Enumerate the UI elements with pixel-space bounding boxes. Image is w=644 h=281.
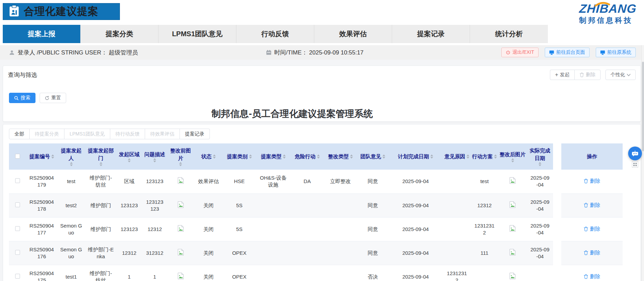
- power-icon: [506, 50, 510, 55]
- col-header-area[interactable]: 发起区域: [116, 143, 142, 170]
- tab-3[interactable]: 行动反馈: [236, 25, 314, 43]
- cell-ops-0: 删除: [557, 170, 623, 193]
- sort-icons-ptype[interactable]: [283, 154, 286, 159]
- cell-ptype-4: [255, 265, 291, 281]
- reset-button-label: 重置: [51, 95, 61, 101]
- status-pill-2[interactable]: LPMS1团队意见: [64, 129, 110, 139]
- col-header-status[interactable]: 状态: [194, 143, 223, 170]
- cell-plan_date-2: 2025-09-04: [388, 217, 443, 241]
- status-pill-0[interactable]: 全部: [9, 129, 30, 139]
- delete-button[interactable]: 删除: [574, 70, 601, 80]
- tab-2[interactable]: LPMS1团队意见: [159, 25, 236, 43]
- col-header-desc[interactable]: 问题描述: [142, 143, 167, 170]
- row-delete-link-4[interactable]: 删除: [584, 273, 600, 280]
- row-checkbox-2[interactable]: [15, 226, 20, 231]
- cell-danger-3: [291, 241, 323, 265]
- col-header-team[interactable]: 团队意见: [358, 143, 388, 170]
- cell-rtype-3: [323, 241, 358, 265]
- row-checkbox-1[interactable]: [15, 202, 20, 207]
- sort-icons-category[interactable]: [249, 154, 252, 159]
- col-header-action[interactable]: 行动方案: [471, 143, 498, 170]
- col-label-danger: 危险行动: [295, 153, 316, 160]
- page-scrollbar-thumb[interactable]: [642, 62, 644, 151]
- status-pill-4[interactable]: 待效果评估: [145, 129, 180, 139]
- cell-dept-1: 维护部门: [85, 193, 116, 217]
- cell-plan_date-3: 2025-09-04: [388, 241, 443, 265]
- sort-icons-code[interactable]: [51, 154, 54, 159]
- sort-icons-status[interactable]: [213, 154, 216, 159]
- row-delete-link-0[interactable]: 删除: [584, 178, 600, 184]
- sort-icons-dept[interactable]: [100, 162, 102, 166]
- col-header-ptype[interactable]: 提案类型: [255, 143, 291, 170]
- cell-after_img-0: [498, 170, 527, 193]
- sort-icons-team[interactable]: [382, 154, 385, 159]
- cell-reason-1: [443, 193, 471, 217]
- sort-icons-reason[interactable]: [467, 154, 469, 159]
- image-file-icon[interactable]: [177, 201, 184, 208]
- status-pill-1[interactable]: 待提案分类: [30, 129, 64, 139]
- filter-card: 查询与筛选 + 发起 删除 个性化: [3, 66, 641, 122]
- col-header-dept[interactable]: 提案发起部门: [85, 143, 116, 170]
- row-checkbox-0[interactable]: [15, 178, 20, 183]
- cell-team-4: 否决: [358, 265, 388, 281]
- sort-icons-danger[interactable]: [317, 154, 320, 159]
- cell-ops-1: 删除: [557, 193, 623, 217]
- search-button[interactable]: 搜索: [9, 93, 35, 103]
- sort-icons-plan_date[interactable]: [430, 154, 433, 159]
- sort-icons-proposer[interactable]: [70, 162, 73, 166]
- cell-area-1: 123123: [116, 193, 142, 217]
- col-header-done_date[interactable]: 实际完成日期: [527, 143, 557, 170]
- row-delete-link-1[interactable]: 删除: [584, 202, 600, 209]
- col-header-reason[interactable]: 意见原因: [443, 143, 471, 170]
- exit-button[interactable]: 退出/EXIT: [501, 48, 539, 57]
- sort-icons-desc[interactable]: [153, 158, 156, 162]
- image-file-icon[interactable]: [177, 272, 184, 280]
- goto-backend-button[interactable]: 前往后台页面: [545, 48, 590, 57]
- tab-6[interactable]: 统计分析: [470, 25, 548, 43]
- image-file-icon[interactable]: [509, 249, 516, 256]
- launch-button[interactable]: + 发起: [550, 70, 574, 80]
- image-file-icon[interactable]: [177, 177, 184, 184]
- assistant-float-button[interactable]: [628, 147, 642, 160]
- status-pill-3[interactable]: 待行动反馈: [110, 129, 145, 139]
- goto-origin-button[interactable]: 前往原系统: [596, 48, 636, 57]
- tab-0[interactable]: 提案上报: [3, 25, 81, 43]
- sort-icons-after_img[interactable]: [511, 158, 514, 162]
- tab-1[interactable]: 提案分类: [81, 25, 159, 43]
- status-pill-5[interactable]: 提案记录: [180, 129, 210, 139]
- cell-category-3: OPEX: [223, 241, 255, 265]
- image-file-icon[interactable]: [509, 201, 516, 208]
- sort-icons-rtype[interactable]: [350, 154, 353, 159]
- col-header-rtype[interactable]: 整改类型: [323, 143, 358, 170]
- sort-icons-action[interactable]: [494, 154, 497, 159]
- col-header-danger[interactable]: 危险行动: [291, 143, 323, 170]
- sort-icons-area[interactable]: [128, 158, 131, 162]
- col-header-proposer[interactable]: 提案发起人: [57, 143, 85, 170]
- col-header-category[interactable]: 提案类别: [223, 143, 255, 170]
- col-header-before_img[interactable]: 整改前图片: [167, 143, 194, 170]
- tab-4[interactable]: 效果评估: [314, 25, 392, 43]
- col-header-after_img[interactable]: 整改后图片: [498, 143, 527, 170]
- row-checkbox-4[interactable]: [15, 274, 20, 279]
- row-checkbox-3[interactable]: [15, 250, 20, 255]
- reset-button[interactable]: 重置: [40, 93, 66, 103]
- col-header-plan_date[interactable]: 计划完成日期: [388, 143, 443, 170]
- col-label-ops: 操作: [587, 153, 597, 160]
- image-file-icon[interactable]: [509, 225, 516, 232]
- cell-ops-2: 删除: [557, 217, 623, 241]
- row-delete-link-2[interactable]: 删除: [584, 225, 600, 232]
- image-file-icon[interactable]: [177, 225, 184, 232]
- trash-icon: [584, 179, 588, 183]
- sort-icons-done_date[interactable]: [539, 162, 541, 166]
- select-all-checkbox[interactable]: [15, 154, 20, 159]
- image-file-icon[interactable]: [177, 249, 184, 256]
- row-delete-link-3[interactable]: 删除: [584, 249, 600, 256]
- widget-drag-handle[interactable]: [632, 161, 638, 168]
- goto-origin-label: 前往原系统: [607, 49, 631, 56]
- image-file-icon[interactable]: [509, 272, 516, 280]
- personalize-button[interactable]: 个性化: [605, 70, 636, 80]
- col-header-code[interactable]: 提案编号: [26, 143, 57, 170]
- sort-icons-before_img[interactable]: [179, 162, 182, 166]
- image-file-icon[interactable]: [509, 177, 516, 184]
- tab-5[interactable]: 提案记录: [392, 25, 470, 43]
